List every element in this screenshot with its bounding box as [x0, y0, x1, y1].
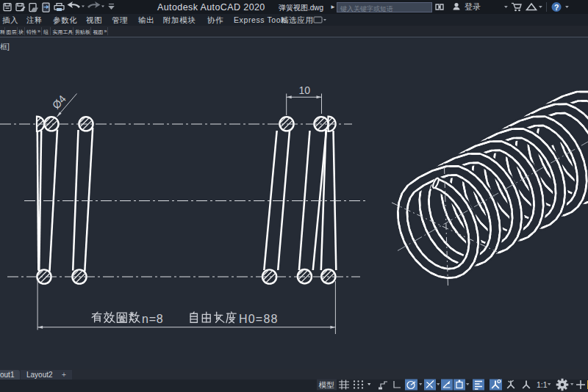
svg-text:?: ? — [554, 3, 559, 12]
svg-text:1:1: 1:1 — [537, 380, 548, 389]
svg-text:n=8: n=8 — [142, 313, 164, 325]
svg-text:登录: 登录 — [465, 2, 481, 11]
svg-text:模型: 模型 — [319, 380, 335, 389]
svg-text:Ø4: Ø4 — [50, 92, 68, 111]
svg-text:10: 10 — [299, 84, 311, 96]
svg-text:H0=88: H0=88 — [239, 313, 279, 325]
